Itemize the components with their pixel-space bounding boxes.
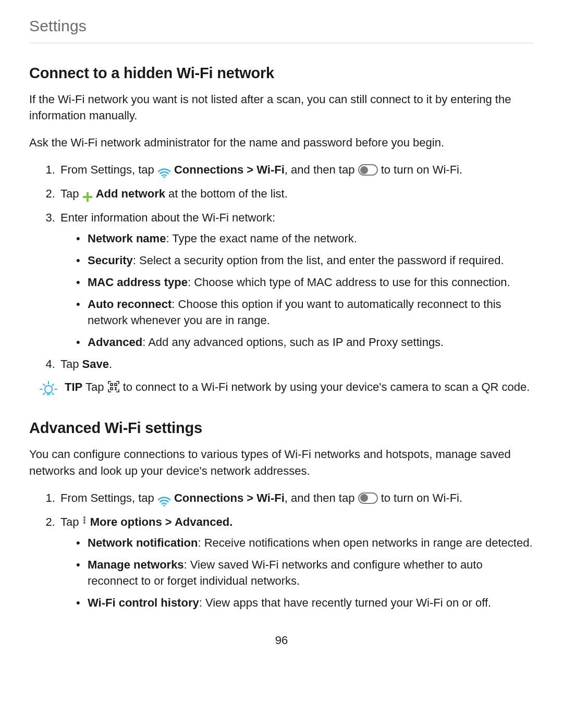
bullet-wifi-control-history: Wi-Fi control history: View apps that ha…: [88, 595, 534, 611]
more-options-label: More options > Advanced.: [90, 515, 233, 528]
section1-step-4: Tap Save.: [58, 356, 534, 373]
bullet-auto-reconnect: Auto reconnect: Choose this option if yo…: [88, 296, 534, 329]
bullet-manage-networks: Manage networks: View saved Wi-Fi networ…: [88, 557, 534, 590]
text: .: [109, 357, 112, 371]
section2-intro: You can configure connections to various…: [29, 446, 534, 479]
section2-step2-bullets: Network notification: Receive notificati…: [60, 535, 534, 612]
svg-point-19: [163, 504, 165, 507]
text: : Add any advanced options, such as IP a…: [142, 336, 444, 349]
text: : Choose which type of MAC address to us…: [188, 276, 510, 289]
wifi-icon: [157, 492, 171, 509]
label: Advanced: [88, 336, 142, 349]
tip-block: TIP Tap to connect to a Wi-Fi network by…: [40, 379, 534, 402]
svg-line-9: [43, 384, 45, 386]
text: to turn on Wi-Fi.: [378, 491, 463, 504]
section2-step-1: From Settings, tap Connections > Wi-Fi, …: [58, 490, 534, 509]
bullet-network-name: Network name: Type the exact name of the…: [88, 230, 534, 247]
section2-step-2: Tap ••• More options > Advanced. Network…: [58, 514, 534, 611]
text: to connect to a Wi-Fi network by using y…: [120, 380, 530, 393]
label: Network name: [88, 232, 166, 245]
section1-steps: From Settings, tap Connections > Wi-Fi, …: [29, 162, 534, 373]
page-header: Settings: [29, 15, 534, 43]
tip-label: TIP: [65, 380, 82, 393]
toggle-off-icon: [358, 164, 378, 176]
svg-point-0: [163, 176, 165, 178]
text: : Type the exact name of the network.: [166, 232, 357, 245]
svg-rect-14: [115, 384, 117, 386]
bullet-security: Security: Select a security option from …: [88, 252, 534, 269]
text: Enter information about the Wi-Fi networ…: [60, 211, 275, 224]
lightbulb-icon: [40, 380, 57, 402]
svg-point-3: [45, 386, 52, 393]
bullet-network-notification: Network notification: Receive notificati…: [88, 535, 534, 551]
label: Security: [88, 254, 133, 267]
toggle-off-icon: [358, 492, 378, 504]
section1-step-1: From Settings, tap Connections > Wi-Fi, …: [58, 162, 534, 180]
text: : Select a security option from the list…: [133, 254, 504, 267]
page-number: 96: [29, 632, 534, 649]
section-heading-advanced-wifi: Advanced Wi-Fi settings: [29, 417, 534, 439]
text: Tap: [60, 357, 82, 371]
nav-path: Connections > Wi-Fi: [174, 491, 285, 504]
section1-intro1: If the Wi-Fi network you want is not lis…: [29, 91, 534, 125]
label: Wi-Fi control history: [88, 596, 199, 609]
svg-line-11: [43, 393, 45, 394]
add-network-label: Add network: [96, 187, 165, 200]
text: Tap: [60, 187, 82, 200]
nav-path: Connections > Wi-Fi: [174, 163, 285, 176]
text: Tap: [82, 380, 107, 393]
bullet-mac-address-type: MAC address type: Choose which type of M…: [88, 274, 534, 291]
section1-intro2: Ask the Wi-Fi network administrator for …: [29, 134, 534, 151]
tip-text: TIP Tap to connect to a Wi-Fi network by…: [65, 379, 534, 398]
section2-steps: From Settings, tap Connections > Wi-Fi, …: [29, 490, 534, 611]
qr-scan-icon: [107, 380, 120, 398]
svg-rect-13: [111, 384, 113, 386]
wifi-icon: [157, 164, 171, 180]
text: , and then tap: [285, 491, 358, 504]
label: Manage networks: [88, 558, 184, 571]
section-heading-hidden-wifi: Connect to a hidden Wi-Fi network: [29, 62, 534, 84]
label: Auto reconnect: [88, 298, 172, 311]
text: From Settings, tap: [60, 163, 157, 176]
save-label: Save: [82, 357, 109, 371]
plus-icon: [82, 188, 93, 204]
section1-step-2: Tap Add network at the bottom of the lis…: [58, 186, 534, 204]
text: : Receive notifications when open networ…: [198, 536, 532, 549]
bullet-advanced: Advanced: Add any advanced options, such…: [88, 334, 534, 351]
svg-line-12: [52, 393, 54, 394]
label: Network notification: [88, 536, 198, 549]
text: : View apps that have recently turned yo…: [199, 596, 491, 609]
text: to turn on Wi-Fi.: [378, 163, 463, 176]
text: From Settings, tap: [60, 491, 157, 504]
more-options-icon: •••: [82, 516, 87, 524]
svg-rect-15: [111, 388, 113, 390]
section1-step3-bullets: Network name: Type the exact name of the…: [60, 230, 534, 351]
text: Tap: [60, 515, 82, 528]
label: MAC address type: [88, 276, 188, 289]
text: at the bottom of the list.: [165, 187, 288, 200]
text: , and then tap: [285, 163, 358, 176]
svg-line-10: [52, 384, 54, 386]
section1-step-3: Enter information about the Wi-Fi networ…: [58, 209, 534, 351]
